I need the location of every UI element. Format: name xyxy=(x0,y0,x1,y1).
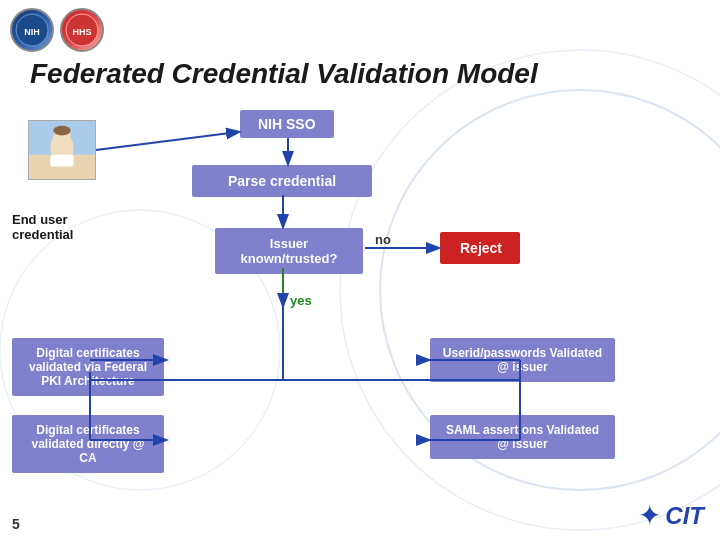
nih-sso-box: NIH SSO xyxy=(240,110,334,138)
parse-credential-box: Parse credential xyxy=(192,165,372,197)
person-image xyxy=(28,120,96,180)
saml-assertions-box: SAML assertions Validated @ issuer xyxy=(430,415,615,459)
yes-label: yes xyxy=(290,293,312,308)
page-number: 5 xyxy=(12,516,20,532)
hhs-logo: HHS xyxy=(60,8,104,52)
cit-logo: ✦ CIT xyxy=(638,499,704,532)
cert-box-ca: Digital certificates validated directly … xyxy=(12,415,164,473)
cit-label: CIT xyxy=(665,502,704,530)
page-title: Federated Credential Validation Model xyxy=(30,58,538,90)
issuer-box: Issuer known/trusted? xyxy=(215,228,363,274)
cert-box-federal-pki: Digital certificates validated via Feder… xyxy=(12,338,164,396)
logos-container: NIH HHS xyxy=(10,8,104,52)
reject-box: Reject xyxy=(440,232,520,264)
no-label: no xyxy=(375,232,391,247)
svg-point-12 xyxy=(53,126,70,136)
end-user-credential-label: End user credential xyxy=(12,212,112,242)
svg-rect-13 xyxy=(50,155,73,167)
nih-logo: NIH xyxy=(10,8,54,52)
userid-passwords-box: Userid/passwords Validated @ issuer xyxy=(430,338,615,382)
cit-star-icon: ✦ xyxy=(638,499,661,532)
svg-text:NIH: NIH xyxy=(24,27,40,37)
svg-line-14 xyxy=(96,132,238,150)
diagram-content: End user credential NIH SSO Parse creden… xyxy=(0,110,720,540)
svg-text:HHS: HHS xyxy=(72,27,91,37)
